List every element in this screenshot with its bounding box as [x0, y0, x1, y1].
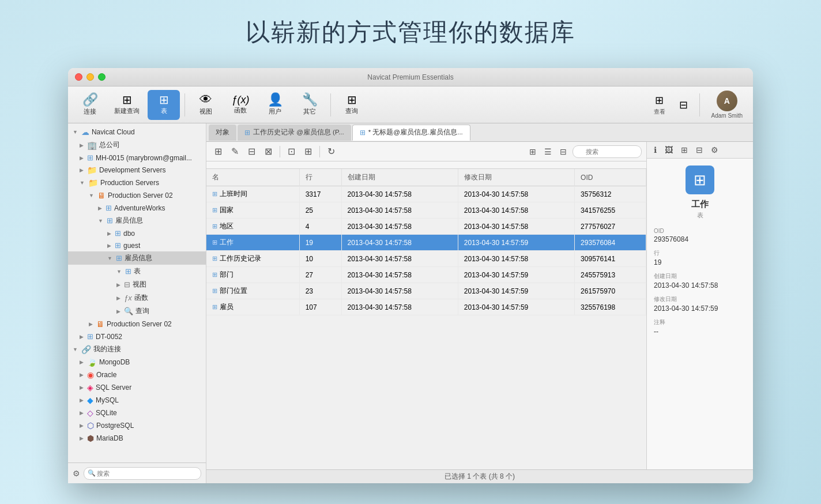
sidebar-item-functions-folder[interactable]: ▶ ƒx 函数: [68, 291, 206, 304]
sidebar-item-prod-server-02b[interactable]: ▶ 🖥 Production Server 02: [68, 318, 206, 330]
info-btn-settings[interactable]: ⚙: [709, 144, 721, 156]
cell-modified: 2013-04-30 14:57:59: [458, 299, 574, 315]
new-query-icon: ⊞: [122, 94, 132, 106]
info-field-rows-value: 19: [654, 258, 746, 266]
tab-job-history[interactable]: ⊞ 工作历史记录 @雇员信息 (P...: [238, 125, 351, 141]
queries-folder-icon: 🔍: [124, 307, 133, 315]
sidebar-item-dbo[interactable]: ▶ ⊞ dbo: [68, 227, 206, 239]
new-table-btn[interactable]: ⊞: [211, 144, 225, 159]
cell-oid: 277576027: [575, 219, 646, 235]
sidebar-item-navicat-cloud[interactable]: ▼ ☁ Navicat Cloud: [68, 126, 206, 138]
sidebar-item-queries-folder[interactable]: ▶ 🔍 查询: [68, 304, 206, 318]
status-text: 已选择 1 个表 (共 8 个): [445, 472, 515, 482]
sidebar-item-mh0015[interactable]: ▶ ⊞ MH-0015 (marybrown@gmail...: [68, 152, 206, 164]
sidebar-item-oracle[interactable]: ▶ ◉ Oracle: [68, 368, 206, 381]
sidebar-label-adventureworks: AdventureWorks: [114, 204, 201, 212]
toolbar-function[interactable]: ƒ(x) 函数: [224, 90, 257, 120]
sidebar[interactable]: ▼ ☁ Navicat Cloud ▶ 🏢 总公司 ▶ ⊞ MH-0015 (m…: [68, 123, 206, 483]
sidebar-label-general-company: 总公司: [99, 140, 201, 150]
table-row-icon: ⊞: [212, 190, 217, 197]
tab-object-label: 对象: [216, 128, 229, 137]
traffic-lights: [75, 73, 106, 81]
view-layout-btn-2[interactable]: ⊟: [675, 96, 692, 114]
views-folder-icon: ⊟: [124, 280, 130, 289]
table-row[interactable]: ⊞地区42013-04-30 14:57:582013-04-30 14:57:…: [206, 219, 646, 235]
refresh-btn[interactable]: ↻: [324, 144, 338, 159]
cell-created: 2013-04-30 14:57:58: [341, 299, 458, 315]
grid-view-btn[interactable]: ⊞: [526, 146, 540, 157]
search-input[interactable]: [573, 145, 642, 158]
cell-oid: 341576255: [575, 202, 646, 219]
sidebar-settings-icon[interactable]: ⚙: [73, 469, 80, 478]
toolbar-connect[interactable]: 🔗 连接: [74, 90, 106, 120]
sidebar-item-dt0052[interactable]: ▶ ⊞ DT-0052: [68, 330, 206, 343]
import-btn[interactable]: ⊡: [284, 144, 299, 159]
sidebar-item-prod-servers[interactable]: ▼ 📁 Production Servers: [68, 176, 206, 189]
table-row-icon: ⊞: [212, 303, 217, 310]
tables-folder-icon: ⊞: [125, 267, 131, 276]
sidebar-item-postgresql[interactable]: ▶ ⬡ PostgreSQL: [68, 419, 206, 432]
tab-object[interactable]: 对象: [209, 125, 236, 141]
other-label: 其它: [303, 107, 316, 116]
export-btn[interactable]: ⊞: [301, 144, 315, 159]
delete-table-btn[interactable]: ⊠: [261, 144, 276, 159]
user-profile-btn[interactable]: A Adam Smith: [707, 88, 747, 121]
tab-untitled[interactable]: ⊞ * 无标题@雇员信息.雇员信息...: [352, 125, 470, 141]
sidebar-item-employee-info-sub[interactable]: ▼ ⊞ 雇员信息: [68, 251, 206, 265]
info-btn-detail[interactable]: ℹ: [651, 144, 659, 156]
minimize-button[interactable]: [86, 73, 94, 81]
avatar: A: [717, 91, 737, 111]
sidebar-item-my-connections[interactable]: ▼ 🔗 我的连接: [68, 343, 206, 356]
view-layout-btn-1[interactable]: ⊞ 查看: [649, 92, 670, 118]
sidebar-item-dev-servers[interactable]: ▶ 📁 Development Servers: [68, 164, 206, 176]
sidebar-search-input[interactable]: [84, 467, 201, 480]
sidebar-item-mariadb[interactable]: ▶ ⬢ MariaDB: [68, 432, 206, 445]
search-wrap: 🔍: [573, 145, 642, 158]
copy-table-btn[interactable]: ⊟: [244, 144, 259, 159]
toolbar-user[interactable]: 👤 用户: [259, 90, 291, 120]
table-row[interactable]: ⊞工作历史记录102013-04-30 14:57:582013-04-30 1…: [206, 251, 646, 267]
sidebar-item-general-company[interactable]: ▶ 🏢 总公司: [68, 138, 206, 152]
sidebar-item-sqlite[interactable]: ▶ ◇ SQLite: [68, 407, 206, 419]
toolbar-query[interactable]: ⊞ 查询: [336, 90, 368, 120]
table-row[interactable]: ⊞部门272013-04-30 14:57:582013-04-30 14:57…: [206, 267, 646, 283]
sidebar-label-employee-info-sub: 雇员信息: [125, 253, 201, 263]
toolbar-new-query[interactable]: ⊞ 新建查询: [108, 90, 145, 120]
table-icon: ⊞: [159, 94, 169, 106]
table-row[interactable]: ⊞上班时间33172013-04-30 14:57:582013-04-30 1…: [206, 186, 646, 202]
info-field-rows: 行 19: [654, 249, 746, 266]
sidebar-item-prod-server-02[interactable]: ▼ 🖥 Production Server 02: [68, 189, 206, 202]
connect-icon: 🔗: [82, 93, 98, 106]
toolbar-view[interactable]: 👁 视图: [190, 90, 222, 120]
toolbar-other[interactable]: 🔧 其它: [293, 90, 326, 120]
cell-created: 2013-04-30 14:57:58: [341, 202, 458, 219]
edit-table-btn[interactable]: ✎: [228, 144, 242, 159]
sidebar-item-sqlserver[interactable]: ▶ ◈ SQL Server: [68, 381, 206, 394]
sidebar-item-mongodb[interactable]: ▶ 🍃 MongoDB: [68, 356, 206, 368]
close-button[interactable]: [75, 73, 82, 81]
info-field-created-value: 2013-04-30 14:57:58: [654, 281, 746, 289]
sidebar-label-employee-info: 雇员信息: [115, 216, 201, 225]
sidebar-item-tables-folder[interactable]: ▼ ⊞ 表: [68, 265, 206, 278]
info-btn-schema[interactable]: ⊞: [679, 144, 690, 156]
sidebar-item-views-folder[interactable]: ▶ ⊟ 视图: [68, 278, 206, 291]
sidebar-item-mysql[interactable]: ▶ ◆ MySQL: [68, 394, 206, 407]
list-view-btn[interactable]: ☰: [541, 146, 555, 157]
table-row[interactable]: ⊞国家252013-04-30 14:57:582013-04-30 14:57…: [206, 202, 646, 219]
info-btn-other[interactable]: ⊟: [694, 144, 705, 156]
sidebar-item-guest[interactable]: ▶ ⊞ guest: [68, 239, 206, 251]
chevron-right-icon: ▶: [80, 142, 84, 148]
sidebar-item-employee-info[interactable]: ▼ ⊞ 雇员信息: [68, 214, 206, 227]
table-row[interactable]: ⊞工作192013-04-30 14:57:582013-04-30 14:57…: [206, 235, 646, 251]
sidebar-item-adventureworks[interactable]: ▶ ⊞ AdventureWorks: [68, 202, 206, 214]
chevron-right-icon-12: ▶: [80, 359, 84, 365]
table-label: 表: [161, 107, 167, 115]
toolbar-table[interactable]: ⊞ 表: [148, 90, 180, 120]
detail-view-btn[interactable]: ⊟: [556, 146, 570, 157]
maximize-button[interactable]: [98, 73, 106, 81]
table-row[interactable]: ⊞部门位置232013-04-30 14:57:582013-04-30 14:…: [206, 283, 646, 299]
chevron-right-icon-2: ▶: [80, 155, 84, 161]
info-btn-preview[interactable]: 🖼: [662, 144, 675, 156]
dt0052-icon: ⊞: [87, 332, 93, 341]
table-row[interactable]: ⊞雇员1072013-04-30 14:57:582013-04-30 14:5…: [206, 299, 646, 315]
